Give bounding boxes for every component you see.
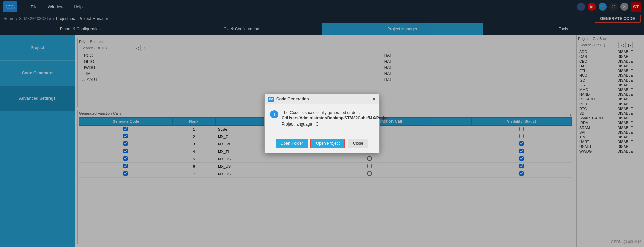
dialog-message: The Code is successfully generated under… xyxy=(282,110,390,116)
dialog-buttons: Open Folder Open Project Close xyxy=(265,136,379,153)
dialog-body: i The Code is successfully generated und… xyxy=(265,104,379,136)
dialog-close-button[interactable]: ✕ xyxy=(372,96,376,102)
open-project-button[interactable]: Open Project xyxy=(310,139,345,148)
dialog-overlay: MX Code Generation ✕ i The Code is succe… xyxy=(0,0,644,247)
dialog-info-row: i The Code is successfully generated und… xyxy=(270,110,374,127)
code-generation-dialog: MX Code Generation ✕ i The Code is succe… xyxy=(264,94,380,153)
dialog-title: Code Generation xyxy=(276,97,309,102)
dialog-mx-logo: MX xyxy=(268,97,274,102)
open-folder-button[interactable]: Open Folder xyxy=(276,139,308,148)
dialog-title-row: MX Code Generation xyxy=(268,97,309,102)
dialog-text-content: The Code is successfully generated under… xyxy=(282,110,390,127)
dialog-lang: Project language : C xyxy=(282,122,390,127)
close-dialog-button[interactable]: Close xyxy=(348,139,368,148)
dialog-header: MX Code Generation ✕ xyxy=(265,94,379,104)
info-icon: i xyxy=(270,110,278,118)
dialog-path: C:/Users/Administrator/Desktop/STM32Cube… xyxy=(282,116,390,120)
